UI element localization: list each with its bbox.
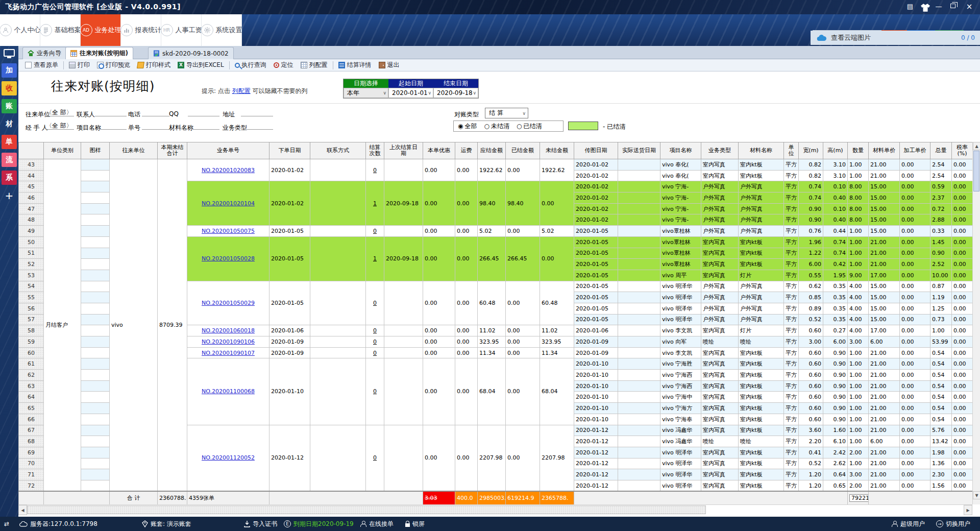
settle-times-link[interactable]: 0 bbox=[373, 228, 377, 234]
swap-icon[interactable]: ⇄ bbox=[4, 517, 9, 531]
settle-times-link[interactable]: 0 bbox=[373, 454, 377, 461]
order-number-link[interactable]: NO.202001090106 bbox=[202, 339, 255, 345]
material-field[interactable] bbox=[193, 122, 219, 130]
partner-field[interactable]: 〈全 部〉 bbox=[46, 108, 74, 116]
sidebar-item-3[interactable]: 材 bbox=[2, 117, 17, 131]
column-header[interactable]: 已结金额 bbox=[506, 142, 540, 159]
column-header[interactable]: 材料名称 bbox=[739, 142, 784, 159]
online-orders[interactable]: 在线接单 bbox=[360, 517, 394, 531]
project-field[interactable] bbox=[101, 122, 127, 130]
column-config-link[interactable]: 列配置 bbox=[232, 87, 251, 94]
minimize-button[interactable]: — bbox=[933, 2, 944, 11]
column-header[interactable] bbox=[19, 142, 44, 159]
view-original-button[interactable]: 查看原单 bbox=[21, 60, 62, 71]
sidebar-item-0[interactable]: 加 bbox=[2, 63, 17, 78]
monitor-icon[interactable] bbox=[4, 49, 15, 57]
order-number-link[interactable]: NO.202001090107 bbox=[202, 350, 255, 356]
locate-button[interactable]: 定位 bbox=[270, 60, 297, 71]
column-header[interactable]: 图样 bbox=[81, 142, 110, 159]
menu-business-processing[interactable]: AD 业务处理 bbox=[81, 14, 121, 46]
settle-times-link[interactable]: 1 bbox=[373, 200, 377, 207]
column-header[interactable]: 单 位 bbox=[784, 142, 799, 159]
print-preview-button[interactable]: 打印预览 bbox=[93, 60, 134, 71]
reconcile-type-dropdown[interactable]: 结 算∨ bbox=[485, 108, 528, 118]
order-number-link[interactable]: NO.202001050028 bbox=[202, 255, 255, 262]
scroll-down-icon[interactable]: ▼ bbox=[973, 491, 980, 499]
order-number-link[interactable]: NO.202001060018 bbox=[202, 327, 255, 334]
column-header[interactable]: 运费 bbox=[455, 142, 478, 159]
vscroll-thumb[interactable] bbox=[973, 151, 979, 191]
column-header[interactable]: 传图日期 bbox=[574, 142, 618, 159]
biztype-field[interactable] bbox=[247, 122, 273, 130]
column-header[interactable]: 项目名称 bbox=[660, 142, 701, 159]
menu-base-archives[interactable]: 基础档案 bbox=[40, 14, 81, 46]
start-date-dropdown[interactable]: 2020-01-01∨ bbox=[388, 88, 433, 98]
scroll-right-icon[interactable]: ▶ bbox=[964, 505, 972, 515]
contact-field[interactable] bbox=[95, 108, 127, 116]
column-header[interactable]: 实际送货日期 bbox=[618, 142, 660, 159]
menu-report-statistics[interactable]: 报表统计 bbox=[121, 14, 161, 46]
settle-times-link[interactable]: 0 bbox=[373, 388, 377, 395]
radio-unsettled[interactable]: ○未结清 bbox=[484, 122, 509, 131]
horizontal-scrollbar[interactable]: ◀ ▶ bbox=[18, 504, 972, 515]
settle-times-link[interactable]: 0 bbox=[373, 350, 377, 356]
column-header[interactable]: 上次结算日 期 bbox=[384, 142, 423, 159]
print-style-button[interactable]: 打印样式 bbox=[134, 60, 174, 71]
settlement-detail-button[interactable]: 结算详情 bbox=[335, 60, 375, 71]
hscroll-thumb[interactable] bbox=[27, 505, 706, 514]
close-button[interactable]: × bbox=[964, 2, 975, 11]
menu-hr-payroll[interactable]: HR 人事工资 bbox=[161, 14, 202, 46]
column-header[interactable]: 数量 bbox=[848, 142, 869, 159]
date-range-dropdown[interactable]: 本年∨ bbox=[344, 88, 388, 98]
settle-times-link[interactable]: 1 bbox=[373, 255, 377, 262]
column-header[interactable]: 业务类型 bbox=[701, 142, 739, 159]
radio-settled[interactable]: ○已结清 bbox=[517, 122, 542, 131]
switch-user[interactable]: → 切换用户 bbox=[936, 517, 970, 531]
lock-screen[interactable]: 锁屏 bbox=[405, 517, 425, 531]
order-no-field[interactable] bbox=[142, 122, 169, 130]
sidebar-item-5[interactable]: 流 bbox=[2, 153, 17, 167]
column-header[interactable]: 宽(m) bbox=[799, 142, 823, 159]
column-header[interactable]: 本单优惠 bbox=[423, 142, 455, 159]
vertical-scrollbar[interactable]: ▲ ▼ bbox=[972, 142, 980, 504]
order-number-link[interactable]: NO.202001050029 bbox=[202, 300, 255, 306]
order-number-link[interactable]: NO.202001120052 bbox=[202, 454, 255, 461]
order-number-link[interactable]: NO.202001050075 bbox=[202, 228, 255, 234]
print-button[interactable]: 打印 bbox=[65, 60, 93, 71]
cloud-image-bar[interactable]: 查看云端图片 0 / 0 bbox=[811, 31, 980, 45]
settle-times-link[interactable]: 0 bbox=[373, 327, 377, 334]
column-header[interactable]: 结算 次数 bbox=[366, 142, 384, 159]
radio-all[interactable]: ◉全部 bbox=[458, 122, 477, 131]
order-number-link[interactable]: NO.202001020083 bbox=[202, 167, 255, 174]
column-header[interactable]: 联系方式 bbox=[310, 142, 366, 159]
sidebar-item-6[interactable]: 系 bbox=[2, 171, 17, 185]
column-header[interactable]: 材料单价 bbox=[869, 142, 900, 159]
order-number-link[interactable]: NO.202001020104 bbox=[202, 200, 255, 207]
column-header[interactable]: 业务单号 bbox=[187, 142, 270, 159]
tab-order-document[interactable]: skd-2020-09-18-0002 bbox=[148, 47, 234, 59]
column-header[interactable]: 加工单价 bbox=[900, 142, 930, 159]
sidebar-item-2[interactable]: 账 bbox=[2, 99, 17, 113]
handler-field[interactable]: 〈全 部〉 bbox=[46, 122, 74, 130]
restore-button[interactable] bbox=[950, 4, 955, 8]
scroll-left-icon[interactable]: ◀ bbox=[18, 505, 27, 515]
column-header[interactable]: 下单日期 bbox=[270, 142, 310, 159]
tab-reconciliation-detail[interactable]: 往来对账(按明细) bbox=[65, 47, 133, 59]
run-query-button[interactable]: 执行查询 bbox=[231, 60, 270, 71]
qq-field[interactable] bbox=[188, 108, 219, 116]
column-config-button[interactable]: 列配置 bbox=[297, 60, 331, 71]
exit-button[interactable]: 退出 bbox=[375, 60, 403, 71]
settle-times-link[interactable]: 0 bbox=[373, 300, 377, 306]
skin-theme-icon[interactable] bbox=[920, 3, 931, 12]
import-certificate[interactable]: 导入证书 bbox=[244, 517, 277, 531]
settle-times-link[interactable]: 0 bbox=[373, 339, 377, 345]
table-row[interactable]: 43月结客户vivo8709.39NO.2020010200832020-01-… bbox=[19, 159, 973, 171]
tab-business-wizard[interactable]: 业务向导 bbox=[22, 47, 66, 59]
sidebar-item-1[interactable]: 收 bbox=[2, 81, 17, 95]
order-number-link[interactable]: NO.202001100068 bbox=[202, 388, 255, 395]
column-header[interactable]: 总量 bbox=[930, 142, 952, 159]
sidebar-item-4[interactable]: 单 bbox=[2, 135, 17, 149]
column-header[interactable]: 未结金额 bbox=[540, 142, 574, 159]
menu-personal-center[interactable]: 个人中心 bbox=[0, 14, 40, 46]
notes-icon[interactable]: ▤ bbox=[904, 2, 916, 11]
